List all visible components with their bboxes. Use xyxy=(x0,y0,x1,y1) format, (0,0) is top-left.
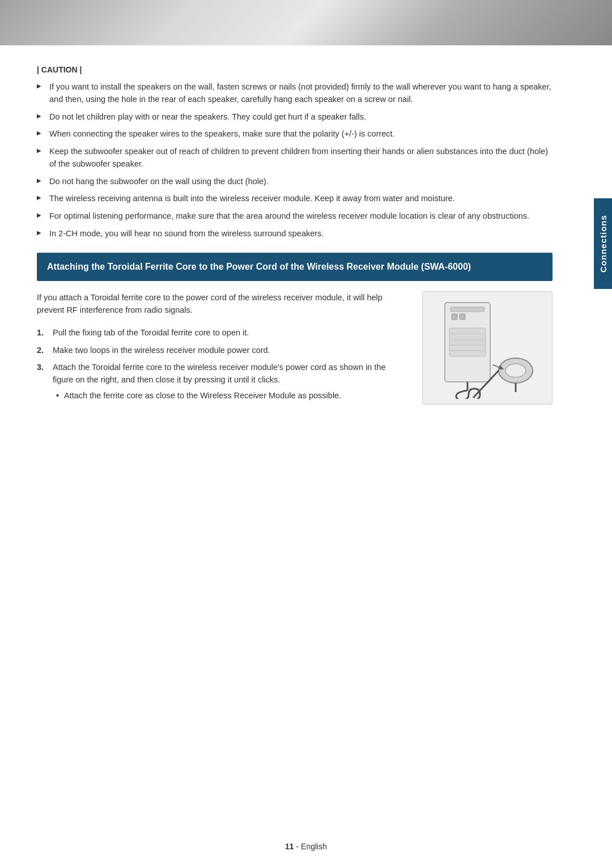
sub-bullet-list: Attach the ferrite core as close to the … xyxy=(53,390,405,402)
caution-bullet-5: Do not hang the subwoofer on the wall us… xyxy=(37,176,552,188)
connections-tab-label: Connections xyxy=(598,215,608,273)
device-image-column xyxy=(422,291,552,405)
caution-bullet-3: When connecting the speaker wires to the… xyxy=(37,128,552,141)
device-illustration xyxy=(422,291,552,405)
caution-bullet-7: For optimal listening performance, make … xyxy=(37,210,552,223)
steps-list: Pull the fixing tab of the Toroidal ferr… xyxy=(37,327,405,402)
svg-rect-3 xyxy=(460,314,465,320)
caution-bullet-list: If you want to install the speakers on t… xyxy=(37,81,552,240)
connections-tab: Connections xyxy=(594,198,612,289)
section-intro: If you attach a Toroidal ferrite core to… xyxy=(37,291,405,317)
device-svg xyxy=(428,297,547,399)
svg-rect-2 xyxy=(452,314,457,320)
page-footer: 11 - English xyxy=(0,842,612,851)
footer-separator: - xyxy=(294,842,301,851)
step-2: Make two loops in the wireless receiver … xyxy=(37,344,405,357)
caution-bullet-8: In 2-CH mode, you will hear no sound fro… xyxy=(37,228,552,240)
caution-bullet-6: The wireless receiving antenna is built … xyxy=(37,193,552,205)
svg-rect-1 xyxy=(450,307,484,312)
step-3: Attach the Toroidal ferrite core to the … xyxy=(37,361,405,402)
sub-bullet-1: Attach the ferrite core as close to the … xyxy=(53,390,405,402)
main-content: | CAUTION | If you want to install the s… xyxy=(0,45,589,441)
section-text-column: If you attach a Toroidal ferrite core to… xyxy=(37,291,405,407)
page-number: 11 xyxy=(285,842,294,851)
caution-bullet-1: If you want to install the speakers on t… xyxy=(37,81,552,106)
section-heading: Attaching the Toroidal Ferrite Core to t… xyxy=(37,253,552,281)
page-header xyxy=(0,0,612,45)
footer-language: English xyxy=(301,842,327,851)
caution-bullet-4: Keep the subwoofer speaker out of reach … xyxy=(37,146,552,171)
caution-bullet-2: Do not let children play with or near th… xyxy=(37,111,552,124)
svg-point-11 xyxy=(505,364,526,377)
step-1: Pull the fixing tab of the Toroidal ferr… xyxy=(37,327,405,339)
svg-rect-4 xyxy=(449,328,486,356)
caution-header: | CAUTION | xyxy=(37,65,552,74)
section-body: If you attach a Toroidal ferrite core to… xyxy=(37,291,552,407)
